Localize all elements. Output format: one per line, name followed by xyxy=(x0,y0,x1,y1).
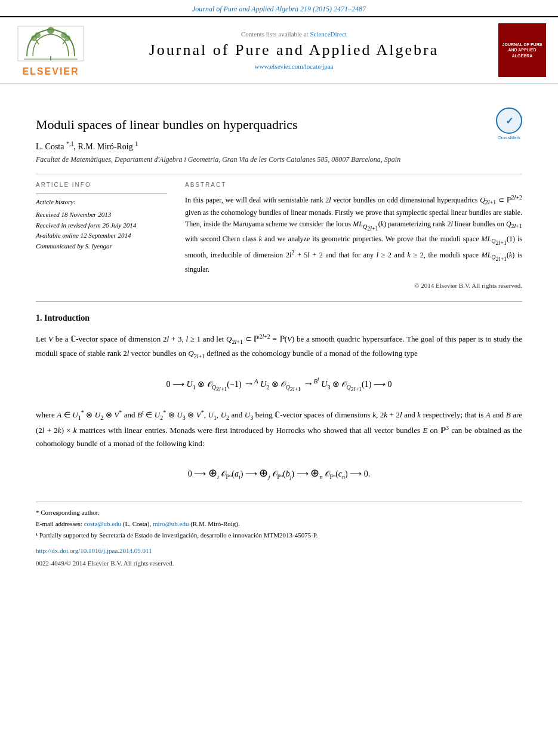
and-text: and xyxy=(232,410,243,419)
article-info-header: ARTICLE INFO xyxy=(36,182,167,188)
journal-main-title: Journal of Pure and Applied Algebra xyxy=(101,41,486,59)
elsevier-brand-text: ELSEVIER xyxy=(22,66,79,77)
paper-title: Moduli spaces of linear bundles on hyper… xyxy=(36,117,486,133)
section-heading: 1. Introduction xyxy=(36,314,522,323)
abstract-col: ABSTRACT In this paper, we will deal wit… xyxy=(185,182,522,289)
svg-point-7 xyxy=(61,32,67,38)
intro-para-1: Let V be a ℂ-vector space of dimension 2… xyxy=(36,331,522,361)
main-content: Moduli spaces of linear bundles on hyper… xyxy=(0,84,558,581)
article-info-col: ARTICLE INFO Article history: Received 1… xyxy=(36,182,167,289)
issn-copyright: 0022-4049/© 2014 Elsevier B.V. All right… xyxy=(36,558,522,569)
communicated-by: Communicated by S. Iyengar xyxy=(36,241,167,252)
svg-point-8 xyxy=(47,27,54,34)
article-abstract-section: ARTICLE INFO Article history: Received 1… xyxy=(36,182,522,289)
crossmark-badge: ✓ CrossMark xyxy=(496,107,522,140)
email-addresses: E-mail addresses: costa@ub.edu (L. Costa… xyxy=(36,518,522,530)
article-history: Article history: Received 18 November 20… xyxy=(36,193,167,252)
footnotes: * Corresponding author. E-mail addresses… xyxy=(36,502,522,568)
monad-display-1: 0 ⟶ U1 ⊗ 𝒪Q2l+1(−1) →A U2 ⊗ 𝒪Q2l+1 →Bt U… xyxy=(36,373,522,395)
introduction-section: 1. Introduction Let V be a ℂ-vector spac… xyxy=(36,314,522,484)
footnote-1: ¹ Partially supported by Secretaría de E… xyxy=(36,530,522,541)
received-date: Received 18 November 2013 xyxy=(36,210,167,220)
history-title: Article history: xyxy=(36,197,167,208)
top-journal-ref: Journal of Pure and Applied Algebra 219 … xyxy=(0,0,558,16)
elsevier-logo: ELSEVIER xyxy=(12,23,90,77)
doi-line[interactable]: http://dx.doi.org/10.1016/j.jpaa.2014.09… xyxy=(36,545,522,557)
revised-date: Received in revised form 26 July 2014 xyxy=(36,220,167,231)
corresponding-author-note: * Corresponding author. xyxy=(36,507,522,518)
svg-point-5 xyxy=(35,32,41,38)
email-link-2[interactable]: miro@ub.edu xyxy=(153,520,189,527)
journal-title-block: Contents lists available at ScienceDirec… xyxy=(101,30,486,70)
monad-display-2: 0 ⟶ ⊕i 𝒪ℙ³(ai) ⟶ ⊕j 𝒪ℙ³(bj) ⟶ ⊕n 𝒪ℙ³(cn)… xyxy=(36,462,522,484)
email-link-1[interactable]: costa@ub.edu xyxy=(84,520,121,527)
paper-title-row: Moduli spaces of linear bundles on hyper… xyxy=(36,105,522,140)
journal-cover-image: JOURNAL OF PURE AND APPLIED ALGEBRA xyxy=(498,23,546,77)
authors: L. Costa *,1, R.M. Miró-Roig 1 xyxy=(36,140,522,152)
journal-header: ELSEVIER Contents lists available at Sci… xyxy=(0,16,558,84)
abstract-header: ABSTRACT xyxy=(185,182,522,188)
sciencedirect-ref: Contents lists available at ScienceDirec… xyxy=(101,30,486,38)
intro-para-2: where A ∈ U1* ⊗ U2 ⊗ V* and Bt ∈ U2* ⊗ U… xyxy=(36,407,522,450)
divider-1 xyxy=(36,174,522,174)
abstract-text: In this paper, we will deal with semista… xyxy=(185,193,522,276)
divider-2 xyxy=(36,301,522,302)
journal-url[interactable]: www.elsevier.com/locate/jpaa xyxy=(101,63,486,70)
sciencedirect-link[interactable]: ScienceDirect xyxy=(310,30,347,38)
available-date: Available online 12 September 2014 xyxy=(36,231,167,241)
abstract-copyright: © 2014 Elsevier B.V. All rights reserved… xyxy=(185,282,522,289)
affiliation: Facultat de Matemàtiques, Departament d'… xyxy=(36,155,522,164)
